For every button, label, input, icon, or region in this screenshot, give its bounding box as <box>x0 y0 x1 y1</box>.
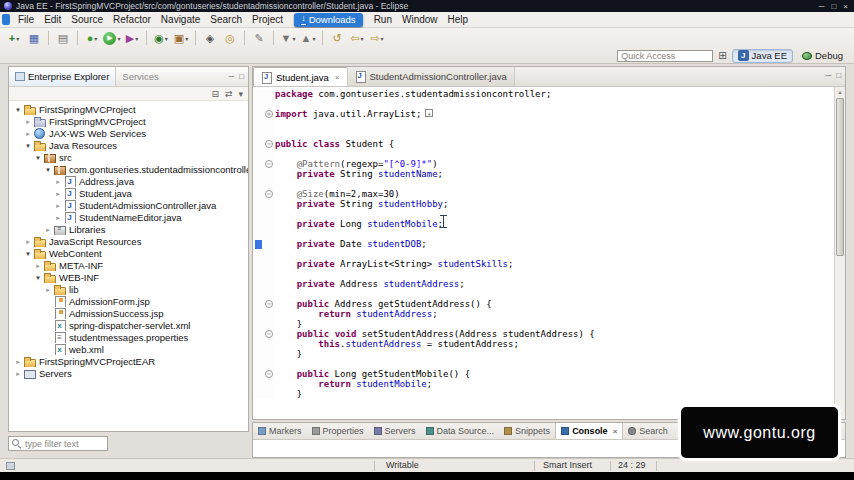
menu-refactor[interactable]: Refactor <box>108 13 156 26</box>
next-annotation-button[interactable]: ▼▾ <box>279 30 297 47</box>
tree-item-firstspringmvcprojectear[interactable]: ▸FirstSpringMVCProjectEAR <box>9 355 248 367</box>
code-line[interactable] <box>253 149 834 159</box>
tree-item-javascript-resources[interactable]: ▸JavaScript Resources <box>9 235 248 247</box>
code-line[interactable] <box>253 229 834 239</box>
tree-item-meta-inf[interactable]: ▸META-INF <box>9 259 248 271</box>
code-line[interactable] <box>253 99 834 109</box>
tree-item-address-java[interactable]: ▸Address.java <box>9 175 248 187</box>
menu-window[interactable]: Window <box>397 13 443 26</box>
code-line[interactable] <box>253 269 834 279</box>
tree-item-webcontent[interactable]: ▾WebContent <box>9 247 248 259</box>
downloads-badge[interactable]: ↓Downloads <box>294 13 363 27</box>
view-tab-services[interactable]: Services <box>116 67 164 86</box>
close-button[interactable]: × <box>843 2 848 11</box>
perspective-java-ee[interactable]: Java EE <box>732 49 793 63</box>
code-line[interactable] <box>253 249 834 259</box>
code-line[interactable]: } <box>253 349 834 359</box>
tree-item-src[interactable]: ▾src <box>9 151 248 163</box>
maximize-editor-button[interactable]: □ <box>836 71 841 80</box>
tree-item-firstspringmvcproject[interactable]: ▾FirstSpringMVCProject <box>9 103 248 115</box>
collapsed-arrow-icon[interactable]: ▸ <box>43 226 53 233</box>
tree-item-spring-dispatcher-servlet-xml[interactable]: spring-dispatcher-servlet.xml <box>9 319 248 331</box>
forward-button[interactable]: ⇨▾ <box>368 30 386 47</box>
editor-tab-student-java[interactable]: Student.java× <box>253 67 348 86</box>
close-tab-icon[interactable]: × <box>335 73 340 82</box>
tree-item-firstspringmvcproject[interactable]: ▸FirstSpringMVCProject <box>9 115 248 127</box>
collapsed-arrow-icon[interactable]: ▸ <box>53 190 63 197</box>
quick-access-input[interactable]: Quick Access <box>617 50 713 62</box>
open-type-button[interactable]: ◈ <box>201 30 219 47</box>
tree-item-student-java[interactable]: ▸Student.java <box>9 187 248 199</box>
tree-item-admissionform-jsp[interactable]: AdmissionForm.jsp <box>9 295 248 307</box>
code-line[interactable]: package com.gontuseries.studentadmission… <box>253 89 834 99</box>
tree-item-libraries[interactable]: ▸Libraries <box>9 223 248 235</box>
expanded-arrow-icon[interactable]: ▾ <box>43 166 53 173</box>
code-line[interactable]: private Date studentDOB; <box>253 239 834 249</box>
tree-item-com-gontuseries-studentadmissioncontroller[interactable]: ▾com.gontuseries.studentadmissioncontrol… <box>9 163 248 175</box>
back-button[interactable]: ⇦▾ <box>348 30 366 47</box>
save-button[interactable]: ▦ <box>25 30 43 47</box>
fold-collapse-icon[interactable]: − <box>265 190 273 198</box>
minimize-view-button[interactable]: ─ <box>228 72 234 81</box>
code-line[interactable]: −public class Student { <box>253 139 834 149</box>
expanded-arrow-icon[interactable]: ▾ <box>33 154 43 161</box>
expanded-arrow-icon[interactable]: ▾ <box>33 274 43 281</box>
code-line[interactable]: − @Pattern(regexp="[^0-9]*") <box>253 159 834 169</box>
tree-item-servers[interactable]: ▸Servers <box>9 367 248 379</box>
last-edit-location-button[interactable]: ↺ <box>328 30 346 47</box>
menu-navigate[interactable]: Navigate <box>156 13 205 26</box>
collapsed-arrow-icon[interactable]: ▸ <box>33 262 43 269</box>
fold-collapse-icon[interactable]: − <box>265 370 273 378</box>
perspective-debug[interactable]: Debug <box>797 49 848 63</box>
collapsed-arrow-icon[interactable]: ▸ <box>13 370 23 377</box>
search-button[interactable]: ◎ <box>221 30 239 47</box>
close-tab-icon[interactable]: × <box>613 427 618 436</box>
new-java-class-button[interactable]: ◉▾ <box>152 30 170 47</box>
collapse-all-icon[interactable]: ⊟ <box>211 89 219 99</box>
tree-item-java-resources[interactable]: ▾Java Resources <box>9 139 248 151</box>
fold-collapse-icon[interactable]: − <box>265 160 273 168</box>
maximize-view-button[interactable]: □ <box>239 72 244 81</box>
code-line[interactable] <box>253 179 834 189</box>
code-line[interactable]: private ArrayList<String> studentSkills; <box>253 259 834 269</box>
menu-file[interactable]: File <box>13 13 39 26</box>
tree-item-studentmessages-properties[interactable]: studentmessages.properties <box>9 331 248 343</box>
tree-item-lib[interactable]: ▸lib <box>9 283 248 295</box>
editor-scrollbar[interactable]: ▲ ▼ <box>834 87 845 419</box>
collapsed-arrow-icon[interactable]: ▸ <box>23 130 33 137</box>
menu-help[interactable]: Help <box>443 13 474 26</box>
console-tab-markers[interactable]: Markers <box>253 423 307 439</box>
tree-item-jax-ws-web-services[interactable]: ▸JAX-WS Web Services <box>9 127 248 139</box>
fold-expand-icon[interactable]: + <box>265 110 273 118</box>
code-line[interactable]: − public Long getStudentMobile() { <box>253 369 834 379</box>
code-line[interactable]: − @Size(min=2,max=30) <box>253 189 834 199</box>
console-tab-snippets[interactable]: Snippets <box>499 423 555 439</box>
console-tab-servers[interactable]: Servers <box>369 423 421 439</box>
new-wizard-button[interactable]: +▾ <box>5 30 23 47</box>
menu-project[interactable]: Project <box>247 13 288 26</box>
code-line[interactable]: private String studentHobby; <box>253 199 834 209</box>
code-line[interactable]: − public void setStudentAddress(Address … <box>253 329 834 339</box>
console-tab-console[interactable]: Console× <box>555 423 623 439</box>
code-line[interactable]: } <box>253 389 834 399</box>
tree-item-web-inf[interactable]: ▾WEB-INF <box>9 271 248 283</box>
expanded-arrow-icon[interactable]: ▾ <box>23 142 33 149</box>
link-with-editor-icon[interactable]: ⇄ <box>225 89 233 99</box>
collapsed-arrow-icon[interactable]: ▸ <box>13 358 23 365</box>
tree-item-web-xml[interactable]: web.xml <box>9 343 248 355</box>
window-titlebar[interactable]: Java EE - FirstSpringMVCProject/src/com/… <box>0 0 854 12</box>
fold-collapse-icon[interactable]: − <box>265 140 273 148</box>
code-line[interactable] <box>253 129 834 139</box>
menu-source[interactable]: Source <box>66 13 108 26</box>
console-tab-data-source[interactable]: Data Source... <box>421 423 500 439</box>
tree-item-studentnameeditor-java[interactable]: ▸StudentNameEditor.java <box>9 211 248 223</box>
console-tab-search[interactable]: Search <box>623 423 673 439</box>
code-line[interactable]: return studentMobile; <box>253 379 834 389</box>
console-tab-properties[interactable]: Properties <box>307 423 369 439</box>
collapsed-arrow-icon[interactable]: ▸ <box>23 118 33 125</box>
maximize-button[interactable]: □ <box>831 2 836 11</box>
minimize-button[interactable]: ─ <box>819 2 825 11</box>
code-line[interactable]: private Address studentAddress; <box>253 279 834 289</box>
scroll-up-icon[interactable]: ▲ <box>835 87 845 97</box>
tree-item-studentadmissioncontroller-java[interactable]: ▸StudentAdmissionController.java <box>9 199 248 211</box>
